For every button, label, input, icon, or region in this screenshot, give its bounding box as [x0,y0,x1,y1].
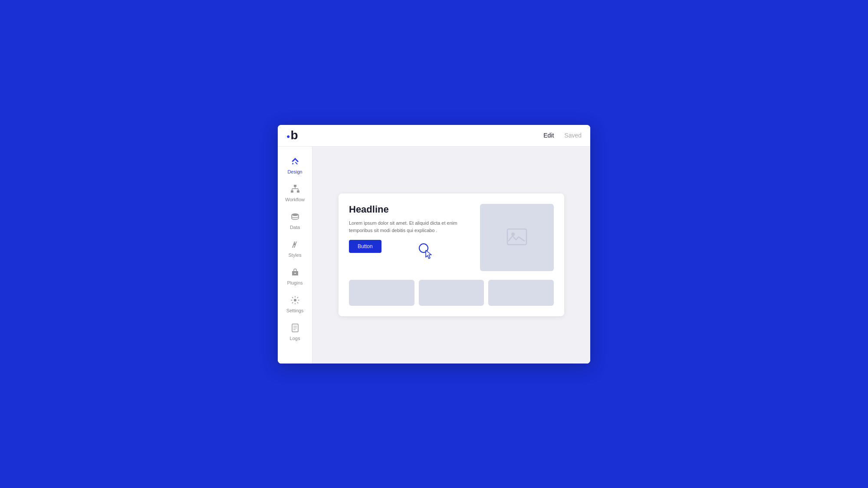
settings-icon [289,294,301,306]
sidebar-label-logs: Logs [290,336,300,341]
saved-status: Saved [564,132,582,139]
app-window: ●b Edit Saved Design [278,125,590,364]
svg-rect-1 [294,185,296,187]
sidebar-item-design[interactable]: Design [278,151,312,179]
styles-icon [289,239,301,251]
data-icon [289,211,301,223]
canvas-grid-item-2 [419,280,484,306]
canvas-grid-item-1 [349,280,414,306]
svg-rect-0 [295,162,297,164]
sidebar-item-logs[interactable]: Logs [278,318,312,345]
sidebar-label-styles: Styles [289,252,302,258]
canvas-grid-item-3 [488,280,554,306]
body: Design Workflow [278,147,590,364]
sidebar-item-styles[interactable]: Styles [278,234,312,262]
canvas-headline: Headline [349,204,471,215]
svg-rect-10 [294,273,296,274]
canvas-text-area: Headline Lorem ipsum dolor sit amet. Et … [349,204,471,253]
canvas-card: Headline Lorem ipsum dolor sit amet. Et … [339,193,564,316]
canvas-grid [349,280,554,306]
edit-button[interactable]: Edit [540,130,557,141]
sidebar-label-plugins: Plugins [287,280,302,285]
svg-point-8 [292,213,299,216]
canvas-cta-button[interactable]: Button [349,240,381,253]
header: ●b Edit Saved [278,125,590,147]
sidebar-item-plugins[interactable]: Plugins [278,262,312,290]
sidebar: Design Workflow [278,147,312,364]
canvas-body-text: Lorem ipsum dolor sit amet. Et aliquid d… [349,219,471,234]
design-icon [289,155,301,167]
svg-rect-3 [297,190,299,193]
sidebar-label-design: Design [287,169,302,174]
logs-icon [289,322,301,334]
header-actions: Edit Saved [540,130,582,141]
logo-dot: ● [286,133,289,140]
image-placeholder-icon [506,228,527,247]
workflow-icon [289,183,301,195]
logo: ●b [286,128,298,142]
sidebar-label-workflow: Workflow [285,197,305,202]
sidebar-label-settings: Settings [286,308,304,313]
sidebar-item-data[interactable]: Data [278,206,312,234]
canvas-top: Headline Lorem ipsum dolor sit amet. Et … [349,204,554,271]
svg-point-17 [511,233,515,236]
sidebar-item-settings[interactable]: Settings [278,290,312,318]
svg-point-11 [294,299,296,301]
sidebar-label-data: Data [290,225,300,230]
svg-rect-2 [291,190,293,193]
plugins-icon [289,266,301,278]
canvas-image-placeholder [480,204,554,271]
svg-rect-16 [507,229,526,245]
logo-letter: b [290,128,297,142]
main-content: Headline Lorem ipsum dolor sit amet. Et … [312,147,590,364]
sidebar-item-workflow[interactable]: Workflow [278,179,312,206]
